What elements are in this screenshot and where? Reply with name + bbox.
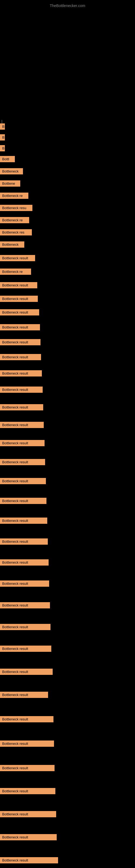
bottleneck-item-34: Bottleneck result (0, 646, 51, 652)
bottleneck-item-38: Bottleneck result (0, 741, 54, 747)
bottleneck-item-31: Bottleneck result (0, 581, 49, 587)
bottleneck-item-24: Bottleneck result (0, 440, 45, 446)
bottleneck-item-43: Bottleneck result (0, 857, 58, 863)
bottleneck-item-12: Bottleneck result (0, 255, 35, 261)
bottleneck-item-27: Bottleneck result (0, 498, 46, 504)
bottleneck-item-7: Bottleneck re (0, 193, 28, 199)
bottleneck-item-25: Bottleneck result (0, 459, 45, 465)
bottleneck-item-8: Bottleneck resu (0, 205, 32, 211)
bottleneck-item-3: B (0, 145, 5, 151)
bottleneck-item-11: Bottleneck (0, 241, 24, 248)
bottleneck-item-21: Bottleneck result (0, 386, 43, 393)
bottleneck-item-23: Bottleneck result (0, 422, 44, 428)
bottleneck-item-39: Bottleneck result (0, 765, 54, 771)
bottleneck-item-28: Bottleneck result (0, 518, 47, 524)
bottleneck-item-42: Bottleneck result (0, 834, 57, 840)
bottleneck-item-6: Bottlene (0, 180, 20, 187)
bottleneck-item-5: Bottleneck (0, 168, 23, 175)
bottleneck-item-10: Bottleneck res (0, 229, 32, 236)
bottleneck-item-14: Bottleneck result (0, 282, 37, 288)
bottleneck-item-18: Bottleneck result (0, 339, 41, 345)
bottleneck-item-36: Bottleneck result (0, 692, 48, 698)
bottleneck-item-9: Bottleneck re (0, 217, 29, 223)
bottleneck-item-17: Bottleneck result (0, 324, 40, 330)
bottleneck-item-13: Bottleneck re (0, 269, 31, 275)
bottleneck-item-4: Bottl (0, 156, 15, 162)
bottleneck-item-32: Bottleneck result (0, 602, 50, 609)
bottleneck-item-37: Bottleneck result (0, 716, 53, 722)
bottleneck-item-2: B (0, 134, 5, 141)
main-content: TheBottlenecker.com (0, 0, 135, 868)
bottleneck-item-40: Bottleneck result (0, 788, 55, 794)
bottleneck-item-19: Bottleneck result (0, 354, 41, 360)
bottleneck-item-20: Bottleneck result (0, 370, 42, 376)
bottleneck-item-30: Bottleneck result (0, 559, 49, 565)
bottleneck-item-15: Bottleneck result (0, 296, 38, 302)
bottleneck-item-22: Bottleneck result (0, 404, 43, 410)
bottleneck-item-1: B (0, 123, 5, 130)
bottleneck-item-16: Bottleneck result (0, 309, 39, 315)
site-title: TheBottlenecker.com (0, 1, 135, 10)
bottleneck-item-35: Bottleneck result (0, 669, 53, 675)
bottleneck-item-26: Bottleneck result (0, 478, 46, 484)
bottleneck-item-33: Bottleneck result (0, 624, 50, 630)
bottleneck-item-29: Bottleneck result (0, 538, 48, 545)
bottleneck-item-41: Bottleneck result (0, 811, 56, 817)
